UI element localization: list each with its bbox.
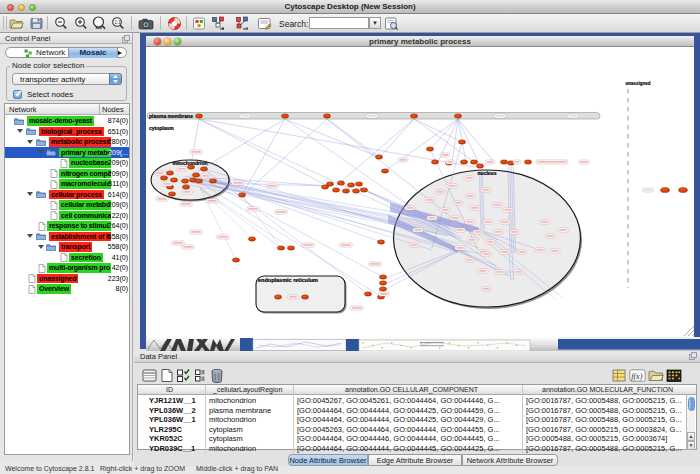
- svg-text:nucleus: nucleus: [478, 170, 497, 176]
- svg-text:1:1: 1:1: [114, 20, 121, 25]
- svg-text:unassigned: unassigned: [625, 81, 650, 86]
- svg-text:endoplasmic reticulum: endoplasmic reticulum: [258, 277, 318, 283]
- svg-text:f(x): f(x): [631, 371, 642, 380]
- svg-text:plasma membrane: plasma membrane: [149, 113, 193, 119]
- svg-text:cytoplasm: cytoplasm: [149, 125, 174, 131]
